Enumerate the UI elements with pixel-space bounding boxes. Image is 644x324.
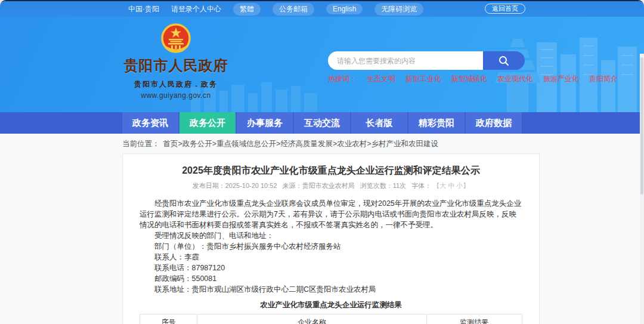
nav-item-政府数据[interactable]: 政府数据 (466, 112, 522, 134)
topbar-links: 中国·贵阳请登录个人中心繁體公务邮箱English无障碍浏览 (128, 3, 423, 16)
article-meta: 发布日期：2025-10-20 10:52 来源：贵阳市农业农村局 浏览次数：1… (140, 181, 522, 190)
scrollbar-thumb[interactable] (640, 57, 643, 195)
publish-date: 发布日期：2025-10-20 10:52 (193, 182, 277, 189)
site-logo[interactable]: 贵阳市人民政府 贵阳市人民政府．政务 www.guiyang.gov.cn (122, 23, 230, 100)
nav-item-长者版[interactable]: 长者版 (351, 112, 407, 134)
contact-line: 部门（单位）：贵阳市乡村振兴服务中心农村经济服务站 (140, 241, 522, 252)
table-header-row: 序号企业名称监测结果 (140, 314, 522, 324)
table-title: 农业产业化市级重点龙头企业运行监测结果 (140, 300, 522, 310)
site-header: 贵阳市人民政府 贵阳市人民政府．政务 www.guiyang.gov.cn 热搜… (0, 17, 644, 112)
topbar-link[interactable]: 公务邮箱 (273, 3, 314, 16)
topbar-link[interactable]: 无障碍浏览 (374, 3, 423, 16)
font-size-label: 字体： (411, 182, 431, 189)
site-container: 贵阳市人民政府 贵阳市人民政府．政务 www.guiyang.gov.cn 热搜… (0, 0, 644, 324)
article-paragraphs: 经贵阳市农业产业化市级重点龙头企业联席会议成员单位审定，现对2025年开展的农业… (140, 198, 522, 241)
contact-line: 联系电话：87987120 (140, 263, 522, 273)
view-count: 浏览次数：11次 (360, 182, 406, 189)
breadcrumb-label: 当前位置： (122, 140, 160, 148)
contact-line: 联系人：李霞 (140, 252, 522, 263)
table-head: 序号企业名称监测结果 (140, 314, 522, 324)
table-header-cell: 序号 (140, 314, 197, 324)
article-paragraph: 经贵阳市农业产业化市级重点龙头企业联席会议成员单位审定，现对2025年开展的农业… (140, 198, 522, 230)
site-subtitle: 贵阳市人民政府．政务 (122, 79, 230, 90)
topbar-link[interactable]: English (326, 4, 363, 14)
article-paragraph: 受理情况反映的部门、电话和地址： (140, 230, 522, 241)
hot-word-link[interactable]: 农业现代化 (497, 74, 533, 84)
topbar-link[interactable]: 中国·贵阳 (128, 4, 159, 14)
search-icon (498, 55, 510, 67)
nav-item-政务资讯[interactable]: 政务资讯 (122, 112, 178, 134)
nav-item-政务公开[interactable]: 政务公开 (179, 112, 236, 134)
hot-word-link[interactable]: 旅游产业化 (543, 74, 579, 84)
scrollbar-track[interactable] (640, 54, 644, 324)
city-skyline-graphic (465, 32, 644, 112)
top-utility-bar: 中国·贵阳请登录个人中心繁體公务邮箱English无障碍浏览 返回首页 (0, 1, 644, 17)
hot-search-label: 热搜词： (328, 74, 357, 84)
font-size-switch[interactable]: 【大 中 小】 (433, 182, 469, 189)
national-emblem-icon (160, 23, 191, 55)
article-title: 2025年度贵阳市农业产业化市级重点龙头企业运行监测和评定结果公示 (140, 165, 522, 177)
hot-word-link[interactable]: 贵阳简介 (589, 74, 618, 84)
contact-line: 联系地址：贵阳市观山湖区市级行政中心二期C区贵阳市农业农村局 (140, 284, 522, 295)
search-button[interactable] (483, 51, 525, 70)
topbar-link[interactable]: 请登录个人中心 (171, 4, 221, 14)
monitor-result-table: 序号企业名称监测结果 1贵州合力超市采购有限公司合格2贵州友禾种业有限公司合格3… (140, 314, 522, 324)
hot-word-link[interactable]: 新型城镇化 (451, 74, 487, 84)
search-bar (328, 51, 525, 70)
contact-lines: 部门（单位）：贵阳市乡村振兴服务中心农村经济服务站联系人：李霞联系电话：8798… (140, 241, 522, 295)
hot-word-link[interactable]: 生态文明 (367, 74, 395, 84)
table-header-cell: 监测结果 (426, 314, 522, 324)
main-area: 当前位置：首页>政务公开>重点领域信息公开>经济高质量发展>农业农村>乡村产业和… (0, 134, 644, 324)
article-source: 来源：贵阳市农业农村局 (283, 182, 355, 189)
site-url: www.guiyang.gov.cn (122, 91, 230, 100)
topbar-link[interactable]: 繁體 (233, 3, 261, 16)
table-header-cell: 企业名称 (197, 314, 427, 324)
contact-line: 邮政编码：550081 (140, 273, 522, 284)
article-panel: 2025年度贵阳市农业产业化市级重点龙头企业运行监测和评定结果公示 发布日期：2… (122, 153, 540, 324)
hot-search-words: 热搜词： 生态文明新型工业化新型城镇化农业现代化旅游产业化贵阳简介 (328, 74, 618, 84)
article-body: 经贵阳市农业产业化市级重点龙头企业联席会议成员单位审定，现对2025年开展的农业… (140, 198, 522, 324)
nav-item-互动交流[interactable]: 互动交流 (294, 112, 350, 134)
breadcrumb-path[interactable]: 首页>政务公开>重点领域信息公开>经济高质量发展>农业农村>乡村产业和农田建设 (163, 140, 439, 148)
nav-item-办事服务[interactable]: 办事服务 (237, 112, 293, 134)
search-input[interactable] (328, 51, 483, 70)
breadcrumb: 当前位置：首页>政务公开>重点领域信息公开>经济高质量发展>农业农村>乡村产业和… (122, 139, 438, 149)
nav-item-精彩贵阳[interactable]: 精彩贵阳 (408, 112, 465, 134)
main-nav: 政务资讯政务公开办事服务互动交流长者版精彩贵阳政府数据 (0, 112, 644, 134)
back-home-button[interactable]: 返回首页 (485, 4, 525, 14)
site-name: 贵阳市人民政府 (122, 56, 230, 75)
hot-word-link[interactable]: 新型工业化 (405, 74, 441, 84)
